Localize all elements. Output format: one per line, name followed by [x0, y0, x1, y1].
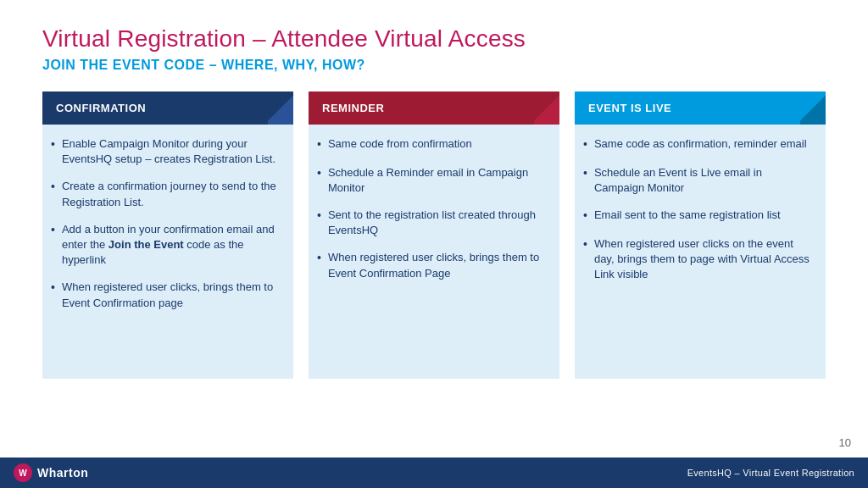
event-live-accent: [800, 92, 826, 125]
main-content: Virtual Registration – Attendee Virtual …: [0, 0, 868, 396]
list-item: When registered user clicks on the event…: [583, 236, 812, 283]
reminder-list: Same code from confirmation Schedule a R…: [317, 136, 546, 281]
event-live-header-label: EVENT IS LIVE: [588, 102, 671, 114]
confirmation-header-label: CONFIRMATION: [56, 102, 146, 114]
confirmation-card-header: CONFIRMATION: [42, 92, 293, 125]
list-item: Same code from confirmation: [317, 136, 546, 153]
list-item: Same code as confirmation, reminder emai…: [583, 136, 812, 153]
wharton-icon: W: [14, 463, 32, 482]
cards-container: CONFIRMATION Enable Campaign Monitor dur…: [42, 92, 826, 379]
reminder-card-header: REMINDER: [309, 92, 559, 125]
list-item: Email sent to the same registration list: [583, 208, 812, 225]
event-live-card-body: Same code as confirmation, reminder emai…: [575, 125, 826, 379]
reminder-card-body: Same code from confirmation Schedule a R…: [309, 125, 559, 379]
confirmation-list: Enable Campaign Monitor during your Even…: [51, 136, 280, 311]
confirmation-card: CONFIRMATION Enable Campaign Monitor dur…: [42, 92, 293, 379]
event-live-list: Same code as confirmation, reminder emai…: [583, 136, 812, 282]
footer-bar: W Wharton EventsHQ – Virtual Event Regis…: [0, 458, 868, 488]
wharton-logo-svg: W: [16, 466, 30, 480]
event-live-card-header: EVENT IS LIVE: [575, 92, 826, 125]
list-item: Enable Campaign Monitor during your Even…: [51, 136, 280, 167]
confirmation-accent: [268, 92, 293, 125]
footer-right-text: EventsHQ – Virtual Event Registration: [687, 468, 854, 478]
reminder-accent: [534, 92, 559, 125]
page-title: Virtual Registration – Attendee Virtual …: [42, 25, 826, 53]
page-number: 10: [839, 436, 851, 449]
reminder-header-label: REMINDER: [322, 102, 384, 114]
page-subtitle: JOIN THE EVENT CODE – WHERE, WHY, HOW?: [42, 58, 826, 73]
footer-logo: W Wharton: [14, 463, 88, 482]
list-item: When registered user clicks, brings them…: [51, 280, 280, 310]
reminder-card: REMINDER Same code from confirmation Sch…: [309, 92, 559, 379]
list-item: Schedule an Event is Live email in Campa…: [583, 165, 812, 196]
event-live-card: EVENT IS LIVE Same code as confirmation,…: [575, 92, 826, 379]
list-item: When registered user clicks, brings them…: [317, 250, 546, 280]
list-item: Create a confirmation journey to send to…: [51, 179, 280, 209]
list-item: Schedule a Reminder email in Campaign Mo…: [317, 165, 546, 196]
svg-text:W: W: [19, 469, 27, 478]
confirmation-card-body: Enable Campaign Monitor during your Even…: [42, 125, 293, 379]
list-item: Sent to the registration list created th…: [317, 208, 546, 238]
list-item: Add a button in your confirmation email …: [51, 222, 280, 269]
footer-logo-text: Wharton: [37, 466, 88, 480]
